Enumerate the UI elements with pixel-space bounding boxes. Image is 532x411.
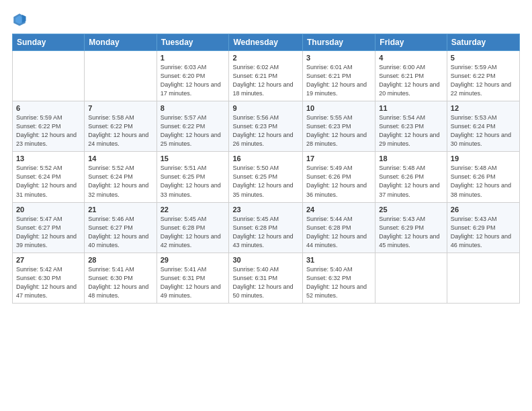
day-info: Sunrise: 5:50 AM Sunset: 6:25 PM Dayligh…	[232, 164, 299, 199]
day-number: 3	[306, 54, 371, 62]
day-info: Sunrise: 5:52 AM Sunset: 6:24 PM Dayligh…	[16, 164, 81, 199]
day-number: 22	[161, 205, 226, 214]
weekday-header-saturday: Saturday	[447, 34, 519, 51]
calendar-cell: 23Sunrise: 5:45 AM Sunset: 6:28 PM Dayli…	[229, 202, 303, 253]
day-number: 17	[306, 154, 371, 163]
calendar-cell: 14Sunrise: 5:52 AM Sunset: 6:24 PM Dayli…	[85, 152, 157, 202]
day-number: 9	[232, 104, 299, 112]
day-number: 29	[161, 256, 226, 264]
calendar-cell: 31Sunrise: 5:40 AM Sunset: 6:32 PM Dayli…	[303, 253, 375, 303]
day-info: Sunrise: 5:40 AM Sunset: 6:32 PM Dayligh…	[306, 265, 371, 300]
day-number: 19	[451, 154, 516, 163]
calendar-cell: 18Sunrise: 5:48 AM Sunset: 6:26 PM Dayli…	[375, 152, 447, 202]
day-info: Sunrise: 6:00 AM Sunset: 6:21 PM Dayligh…	[379, 63, 443, 98]
day-info: Sunrise: 6:02 AM Sunset: 6:21 PM Dayligh…	[232, 63, 299, 98]
calendar-cell: 26Sunrise: 5:43 AM Sunset: 6:29 PM Dayli…	[447, 202, 519, 253]
calendar-cell: 28Sunrise: 5:41 AM Sunset: 6:30 PM Dayli…	[85, 253, 157, 303]
calendar-cell: 11Sunrise: 5:54 AM Sunset: 6:23 PM Dayli…	[375, 101, 447, 152]
day-number: 16	[232, 154, 299, 163]
calendar-table: SundayMondayTuesdayWednesdayThursdayFrid…	[12, 34, 520, 304]
header	[12, 12, 520, 27]
day-number: 2	[232, 54, 299, 62]
calendar-week-row: 1Sunrise: 6:03 AM Sunset: 6:20 PM Daylig…	[13, 51, 520, 101]
calendar-cell: 16Sunrise: 5:50 AM Sunset: 6:25 PM Dayli…	[229, 152, 303, 202]
calendar-cell: 22Sunrise: 5:45 AM Sunset: 6:28 PM Dayli…	[157, 202, 229, 253]
calendar-cell	[375, 253, 447, 303]
logo-icon	[12, 12, 27, 27]
calendar-cell: 21Sunrise: 5:46 AM Sunset: 6:27 PM Dayli…	[85, 202, 157, 253]
day-number: 23	[232, 205, 299, 214]
day-number: 30	[232, 256, 299, 264]
day-info: Sunrise: 5:41 AM Sunset: 6:31 PM Dayligh…	[161, 265, 226, 300]
day-info: Sunrise: 5:56 AM Sunset: 6:23 PM Dayligh…	[232, 113, 299, 148]
calendar-cell: 4Sunrise: 6:00 AM Sunset: 6:21 PM Daylig…	[375, 51, 447, 101]
day-info: Sunrise: 5:43 AM Sunset: 6:29 PM Dayligh…	[451, 215, 516, 250]
calendar-cell: 30Sunrise: 5:40 AM Sunset: 6:31 PM Dayli…	[229, 253, 303, 303]
day-info: Sunrise: 5:46 AM Sunset: 6:27 PM Dayligh…	[88, 215, 152, 250]
day-info: Sunrise: 5:44 AM Sunset: 6:28 PM Dayligh…	[306, 215, 371, 250]
day-number: 27	[16, 256, 81, 264]
day-info: Sunrise: 5:55 AM Sunset: 6:23 PM Dayligh…	[306, 113, 371, 148]
calendar-week-row: 27Sunrise: 5:42 AM Sunset: 6:30 PM Dayli…	[13, 253, 520, 303]
weekday-header-tuesday: Tuesday	[157, 34, 229, 51]
day-number: 10	[306, 104, 371, 112]
calendar-week-row: 20Sunrise: 5:47 AM Sunset: 6:27 PM Dayli…	[13, 202, 520, 253]
day-number: 15	[161, 154, 226, 163]
calendar-cell: 20Sunrise: 5:47 AM Sunset: 6:27 PM Dayli…	[13, 202, 85, 253]
day-info: Sunrise: 5:42 AM Sunset: 6:30 PM Dayligh…	[16, 265, 81, 300]
weekday-header-row: SundayMondayTuesdayWednesdayThursdayFrid…	[13, 34, 520, 51]
day-number: 6	[16, 104, 81, 112]
calendar-cell: 12Sunrise: 5:53 AM Sunset: 6:24 PM Dayli…	[447, 101, 519, 152]
day-number: 21	[88, 205, 152, 214]
weekday-header-sunday: Sunday	[13, 34, 85, 51]
day-info: Sunrise: 5:43 AM Sunset: 6:29 PM Dayligh…	[379, 215, 443, 250]
day-number: 18	[379, 154, 443, 163]
day-info: Sunrise: 5:59 AM Sunset: 6:22 PM Dayligh…	[16, 113, 81, 148]
day-info: Sunrise: 5:53 AM Sunset: 6:24 PM Dayligh…	[451, 113, 516, 148]
calendar-cell: 19Sunrise: 5:48 AM Sunset: 6:26 PM Dayli…	[447, 152, 519, 202]
day-number: 31	[306, 256, 371, 264]
day-number: 7	[88, 104, 152, 112]
day-number: 1	[161, 54, 226, 62]
day-number: 11	[379, 104, 443, 112]
calendar-cell	[13, 51, 85, 101]
calendar-week-row: 6Sunrise: 5:59 AM Sunset: 6:22 PM Daylig…	[13, 101, 520, 152]
calendar-cell: 17Sunrise: 5:49 AM Sunset: 6:26 PM Dayli…	[303, 152, 375, 202]
calendar-cell: 7Sunrise: 5:58 AM Sunset: 6:22 PM Daylig…	[85, 101, 157, 152]
day-info: Sunrise: 6:01 AM Sunset: 6:21 PM Dayligh…	[306, 63, 371, 98]
calendar-cell	[447, 253, 519, 303]
weekday-header-wednesday: Wednesday	[229, 34, 303, 51]
day-info: Sunrise: 5:58 AM Sunset: 6:22 PM Dayligh…	[88, 113, 152, 148]
page: SundayMondayTuesdayWednesdayThursdayFrid…	[0, 0, 532, 411]
weekday-header-friday: Friday	[375, 34, 447, 51]
day-number: 28	[88, 256, 152, 264]
day-number: 4	[379, 54, 443, 62]
day-info: Sunrise: 5:45 AM Sunset: 6:28 PM Dayligh…	[232, 215, 299, 250]
day-number: 26	[451, 205, 516, 214]
day-number: 5	[451, 54, 516, 62]
day-number: 14	[88, 154, 152, 163]
calendar-cell: 3Sunrise: 6:01 AM Sunset: 6:21 PM Daylig…	[303, 51, 375, 101]
calendar-cell: 25Sunrise: 5:43 AM Sunset: 6:29 PM Dayli…	[375, 202, 447, 253]
day-info: Sunrise: 5:41 AM Sunset: 6:30 PM Dayligh…	[88, 265, 152, 300]
day-info: Sunrise: 5:40 AM Sunset: 6:31 PM Dayligh…	[232, 265, 299, 300]
day-info: Sunrise: 5:51 AM Sunset: 6:25 PM Dayligh…	[161, 164, 226, 199]
calendar-cell: 10Sunrise: 5:55 AM Sunset: 6:23 PM Dayli…	[303, 101, 375, 152]
calendar-cell: 6Sunrise: 5:59 AM Sunset: 6:22 PM Daylig…	[13, 101, 85, 152]
day-number: 13	[16, 154, 81, 163]
day-info: Sunrise: 6:03 AM Sunset: 6:20 PM Dayligh…	[161, 63, 226, 98]
calendar-cell: 2Sunrise: 6:02 AM Sunset: 6:21 PM Daylig…	[229, 51, 303, 101]
calendar-cell: 24Sunrise: 5:44 AM Sunset: 6:28 PM Dayli…	[303, 202, 375, 253]
day-info: Sunrise: 5:57 AM Sunset: 6:22 PM Dayligh…	[161, 113, 226, 148]
logo	[12, 12, 30, 27]
day-info: Sunrise: 5:48 AM Sunset: 6:26 PM Dayligh…	[379, 164, 443, 199]
day-info: Sunrise: 5:47 AM Sunset: 6:27 PM Dayligh…	[16, 215, 81, 250]
calendar-cell: 8Sunrise: 5:57 AM Sunset: 6:22 PM Daylig…	[157, 101, 229, 152]
calendar-cell: 1Sunrise: 6:03 AM Sunset: 6:20 PM Daylig…	[157, 51, 229, 101]
calendar-cell: 5Sunrise: 5:59 AM Sunset: 6:22 PM Daylig…	[447, 51, 519, 101]
day-number: 8	[161, 104, 226, 112]
calendar-cell: 29Sunrise: 5:41 AM Sunset: 6:31 PM Dayli…	[157, 253, 229, 303]
day-info: Sunrise: 5:49 AM Sunset: 6:26 PM Dayligh…	[306, 164, 371, 199]
day-number: 24	[306, 205, 371, 214]
calendar-week-row: 13Sunrise: 5:52 AM Sunset: 6:24 PM Dayli…	[13, 152, 520, 202]
